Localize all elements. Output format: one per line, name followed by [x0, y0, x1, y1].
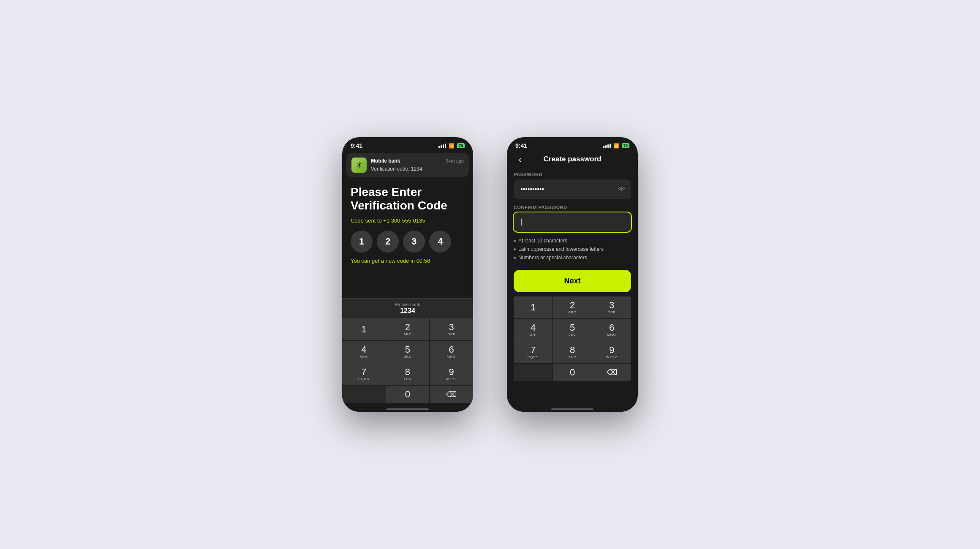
req-text-3: Numbers or special characters	[518, 255, 587, 261]
nav-title: Create password	[544, 155, 602, 163]
key-0-2[interactable]: 0	[553, 364, 592, 381]
key-delete-2[interactable]: ⌫	[592, 364, 631, 381]
wifi-icon-2: 📶	[613, 143, 619, 149]
key-5-2[interactable]: 5JKL	[553, 319, 592, 341]
code-circles: 1 2 3 4	[351, 231, 465, 253]
password-input[interactable]	[514, 179, 631, 199]
confirm-password-label: CONFIRM PASSWORD	[514, 205, 631, 210]
confirm-password-input[interactable]	[514, 212, 631, 232]
key-4-1[interactable]: 4GHI	[342, 341, 386, 363]
notif-message: Verification code: 1234	[371, 166, 422, 172]
status-icons-1: 📶 70	[438, 143, 465, 149]
phone1-frame: 9:41 📶 70 ✳ Mobile bank 34m ago Verifica…	[342, 137, 473, 412]
key-0-1[interactable]: 0	[386, 386, 430, 403]
key-4-2[interactable]: 4GHI	[514, 319, 553, 341]
code-digit-2: 2	[377, 231, 399, 253]
verif-title: Please Enter Verification Code	[351, 185, 465, 212]
confirm-input-container	[514, 212, 631, 232]
notif-time: 34m ago	[446, 158, 464, 163]
status-time-1: 9:41	[351, 142, 362, 149]
key-5-1[interactable]: 5JKL	[386, 341, 430, 363]
key-6-1[interactable]: 6MNO	[430, 341, 473, 363]
status-bar-2: 9:41 📶 70	[507, 137, 638, 152]
req-dot-1	[514, 240, 516, 242]
back-arrow-icon: ‹	[519, 155, 522, 164]
password-form: PASSWORD 👁 CONFIRM PASSWORD At least 10 …	[507, 167, 638, 403]
key-8-1[interactable]: 8TUV	[386, 363, 430, 385]
phone1-content: ✳ Mobile bank 34m ago Verification code:…	[342, 152, 473, 403]
key-3-1[interactable]: 3DEF	[430, 318, 473, 340]
key-6-2[interactable]: 6MNO	[592, 319, 631, 341]
key-empty-1	[342, 386, 386, 403]
next-button[interactable]: Next	[514, 270, 631, 292]
battery-2: 70	[622, 143, 629, 148]
key-empty-2	[514, 364, 553, 381]
key-2-1[interactable]: 2ABC	[386, 318, 430, 340]
notification-banner: ✳ Mobile bank 34m ago Verification code:…	[346, 153, 469, 177]
verification-main: Please Enter Verification Code Code sent…	[342, 179, 473, 268]
wifi-icon-1: 📶	[449, 143, 455, 149]
keyboard-section-1: Mobile bank 1234 1 2ABC 3DEF 4GHI 5JKL 6…	[342, 298, 473, 403]
autofill-bar[interactable]: Mobile bank 1234	[342, 298, 473, 318]
req-text-1: At least 10 characters	[518, 238, 567, 244]
home-bar-2	[551, 408, 593, 410]
key-9-1[interactable]: 9WXYZ	[430, 363, 473, 385]
numpad-1: 1 2ABC 3DEF 4GHI 5JKL 6MNO 7PQRS 8TUV 9W…	[342, 318, 473, 403]
req-item-3: Numbers or special characters	[514, 255, 631, 261]
key-8-2[interactable]: 8TUV	[553, 341, 592, 363]
verif-subtitle: Code sent to +1 300-555-0135	[351, 217, 465, 224]
status-icons-2: 📶 70	[603, 143, 629, 149]
home-indicator-2	[507, 403, 638, 412]
signal-icon-2	[603, 144, 611, 148]
notif-app-name: Mobile bank	[371, 158, 400, 164]
code-digit-4: 4	[429, 231, 451, 253]
key-1-1[interactable]: 1	[342, 318, 386, 340]
key-2-2[interactable]: 2ABC	[553, 296, 592, 318]
app-icon-symbol: ✳	[356, 160, 362, 170]
key-9-2[interactable]: 9WXYZ	[592, 341, 631, 363]
home-indicator-1	[342, 403, 473, 412]
app-icon: ✳	[351, 158, 367, 173]
back-button[interactable]: ‹	[514, 153, 526, 166]
req-dot-2	[514, 248, 516, 250]
phone2-content: ‹ Create password PASSWORD 👁 CONFIRM PAS…	[507, 152, 638, 403]
code-digit-3: 3	[403, 231, 425, 253]
home-bar-1	[387, 408, 429, 410]
key-7-2[interactable]: 7PQRS	[514, 341, 553, 363]
notif-content: Mobile bank 34m ago Verification code: 1…	[371, 158, 464, 172]
requirements-list: At least 10 characters Latin uppercase a…	[514, 238, 631, 263]
battery-1: 70	[457, 143, 465, 148]
eye-icon[interactable]: 👁	[618, 185, 625, 193]
password-label: PASSWORD	[514, 172, 631, 177]
key-1-2[interactable]: 1	[514, 296, 553, 318]
numpad-2: 1 2ABC 3DEF 4GHI 5JKL 6MNO 7PQRS 8TUV 9W…	[514, 296, 631, 381]
req-item-2: Latin uppercase and lowercase letters	[514, 246, 631, 252]
req-dot-3	[514, 257, 516, 259]
notif-top: Mobile bank 34m ago	[371, 158, 464, 164]
key-delete-1[interactable]: ⌫	[430, 386, 473, 403]
phone2-frame: 9:41 📶 70 ‹ Create password PASSWORD 👁 C…	[507, 137, 638, 412]
status-time-2: 9:41	[515, 142, 527, 149]
resend-text: You can get a new code in 00:58	[351, 258, 465, 264]
signal-icon-1	[438, 144, 446, 148]
autofill-code: 1234	[349, 307, 466, 315]
autofill-label: Mobile bank	[349, 302, 466, 307]
password-input-container: 👁	[514, 179, 631, 199]
req-item-1: At least 10 characters	[514, 238, 631, 244]
key-3-2[interactable]: 3DEF	[592, 296, 631, 318]
req-text-2: Latin uppercase and lowercase letters	[518, 246, 604, 252]
nav-header: ‹ Create password	[507, 152, 638, 167]
code-digit-1: 1	[351, 231, 373, 253]
key-7-1[interactable]: 7PQRS	[342, 363, 386, 385]
status-bar-1: 9:41 📶 70	[342, 137, 473, 152]
